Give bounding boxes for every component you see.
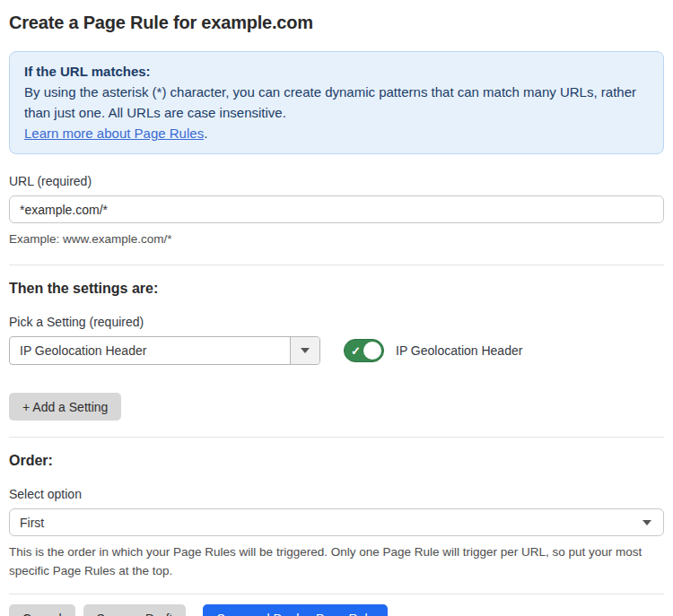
link-period: .: [204, 126, 207, 141]
setting-row: IP Geolocation Header ✓ IP Geolocation H…: [9, 336, 664, 365]
page-title: Create a Page Rule for example.com: [9, 13, 664, 33]
select-option-label: Select option: [9, 487, 664, 501]
toggle-knob: [363, 342, 381, 360]
setting-select-value: IP Geolocation Header: [10, 337, 290, 364]
chevron-down-icon: [642, 520, 651, 525]
settings-section-heading: Then the settings are:: [9, 281, 664, 297]
check-icon: ✓: [351, 345, 361, 357]
url-example-help: Example: www.example.com/*: [9, 230, 664, 248]
ip-geolocation-toggle[interactable]: ✓: [344, 339, 384, 362]
chevron-down-icon: [301, 348, 310, 353]
setting-select[interactable]: IP Geolocation Header: [9, 336, 320, 365]
divider: [9, 265, 664, 265]
pick-setting-label: Pick a Setting (required): [9, 315, 664, 329]
info-box-link-line: Learn more about Page Rules.: [24, 123, 649, 143]
footer-button-row: Cancel Save as Draft Save and Deploy Pag…: [9, 604, 664, 616]
divider: [9, 594, 664, 594]
learn-more-link[interactable]: Learn more about Page Rules: [24, 126, 204, 141]
cancel-button[interactable]: Cancel: [9, 604, 75, 616]
order-select-value: First: [20, 516, 44, 530]
order-help-text: This is the order in which your Page Rul…: [9, 542, 664, 580]
order-select[interactable]: First: [9, 508, 664, 536]
divider: [9, 437, 664, 438]
url-input[interactable]: [9, 195, 664, 223]
add-setting-button[interactable]: + Add a Setting: [9, 393, 121, 421]
setting-select-arrow-button[interactable]: [290, 337, 319, 364]
info-box-heading: If the URL matches:: [24, 61, 649, 82]
toggle-label: IP Geolocation Header: [396, 343, 522, 358]
info-box-body: By using the asterisk (*) character, you…: [24, 82, 649, 123]
save-as-draft-button[interactable]: Save as Draft: [83, 604, 187, 616]
url-matches-info-box: If the URL matches: By using the asteris…: [9, 51, 664, 154]
order-section-heading: Order:: [9, 453, 664, 469]
url-field-label: URL (required): [9, 174, 664, 188]
save-and-deploy-button[interactable]: Save and Deploy Page Rule: [203, 604, 388, 616]
